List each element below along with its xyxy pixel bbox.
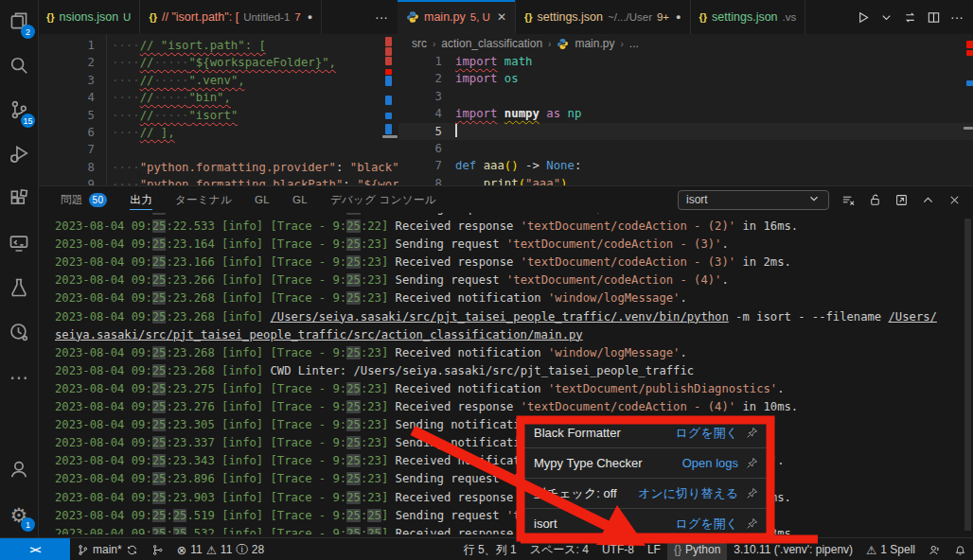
activity-jupyter-icon[interactable]	[0, 311, 38, 356]
editor-left-pane[interactable]: 1····// "isort.path": [2····//·····"${wo…	[38, 34, 399, 185]
code-token: ····	[112, 178, 140, 185]
close-panel-icon[interactable]	[947, 193, 962, 207]
activity-source-control-icon[interactable]: 15	[0, 89, 38, 133]
log-token: 2023-08-04 09:25:23.268 [info] [Trace - …	[55, 346, 396, 359]
pin-icon[interactable]	[746, 517, 758, 530]
log-token: 2023-08-04 09:25:23.276 [info] [Trace - …	[55, 400, 396, 413]
popup-label: Mypy Type Checker	[534, 456, 643, 470]
close-icon[interactable]: ✕	[497, 10, 506, 24]
activity-run-debug-icon[interactable]	[0, 133, 38, 178]
chevron-down-icon[interactable]	[879, 10, 893, 25]
open-log-editor-icon[interactable]	[894, 193, 909, 207]
activity-files-icon[interactable]: 2	[0, 0, 38, 44]
log-line: seiya.sasaki/src/pjt_taisei_people_traff…	[55, 326, 964, 344]
pin-icon[interactable]	[746, 457, 758, 469]
pin-icon[interactable]	[746, 427, 758, 439]
search-highlight: 25	[152, 255, 167, 269]
more-tabs-button[interactable]: ···	[365, 0, 398, 34]
log-line: 2023-08-04 09:25:25.519 [info] [Trace - …	[55, 507, 964, 525]
code-token: ····	[112, 74, 140, 87]
panel-tab-ターミナル[interactable]: ターミナル	[175, 186, 232, 213]
panel-scrollbar[interactable]	[964, 219, 971, 531]
tab-label: // "isort.path": [	[162, 10, 239, 24]
extensions-icon	[9, 188, 29, 213]
popup-action-link[interactable]: ログを開く	[676, 516, 738, 533]
panel-tab-問題[interactable]: 問題50	[61, 186, 107, 213]
line-number: 2	[398, 70, 455, 87]
output-channel-select[interactable]: isort	[678, 190, 829, 210]
branch-status[interactable]: main*	[70, 538, 145, 560]
split-icon[interactable]	[927, 10, 941, 25]
more2-icon[interactable]: ···	[950, 9, 964, 25]
breadcrumb-separator-icon: ›	[548, 39, 551, 49]
spell-checker-status[interactable]: ⚠1 Spell	[859, 538, 922, 560]
search-icon	[9, 55, 29, 79]
search-highlight: 25	[152, 346, 167, 359]
editor-right-pane[interactable]: src›action_classification›main.py›... 1i…	[398, 34, 973, 185]
git-graph-button[interactable]	[145, 538, 170, 560]
breadcrumb-item[interactable]: ...	[629, 37, 639, 50]
popup-notch	[632, 536, 647, 543]
changes-icon[interactable]	[903, 10, 917, 25]
code-token: "isort"	[188, 109, 238, 122]
breadcrumb-item[interactable]: action_classification	[441, 37, 542, 50]
ruler-mark	[385, 113, 392, 119]
code-token: ()	[504, 159, 519, 172]
clear-output-icon[interactable]	[841, 193, 856, 207]
braces-icon: {}	[46, 11, 55, 23]
log-token: 'textDocument/codeAction - (3)'	[506, 237, 721, 251]
tab-settings.json[interactable]: {}settings.json.vs	[691, 0, 806, 34]
notifications-bell-icon[interactable]	[947, 538, 973, 560]
search-highlight: 25	[152, 364, 167, 377]
pin-icon[interactable]	[746, 487, 758, 499]
unlock-icon[interactable]	[868, 193, 882, 207]
activity-extensions-icon[interactable]	[0, 178, 38, 222]
activity-account-icon[interactable]	[0, 448, 38, 493]
activity-more-icon[interactable]: ⋯	[0, 356, 38, 400]
code-token: ····	[112, 91, 140, 104]
problems-status[interactable]: ⊗11⚠11ⓘ28	[170, 538, 272, 560]
breadcrumb-item[interactable]: main.py	[575, 37, 614, 50]
panel-tab-GL[interactable]: GL	[255, 186, 270, 213]
tab--isort.path-[interactable]: {}// "isort.path": [Untitled-17●	[140, 0, 322, 34]
popup-action-link[interactable]: オンに切り替える	[638, 485, 738, 502]
code-text: ····//·····".venv",	[112, 72, 245, 89]
run-icon[interactable]	[856, 10, 870, 25]
maximize-panel-icon[interactable]	[921, 193, 935, 207]
popup-action-link[interactable]: Open logs	[682, 456, 738, 470]
popup-label: isort	[534, 516, 557, 531]
indentation[interactable]: スペース: 4	[523, 538, 595, 560]
log-token: 2023-08-04 09:25:23.275 [info] [Trace - …	[55, 382, 396, 395]
cursor-position[interactable]: 行 5、列 1	[457, 538, 523, 560]
panel-tab-デバッグ コンソール[interactable]: デバッグ コンソール	[330, 186, 436, 213]
panel-tab-出力[interactable]: 出力	[130, 186, 152, 213]
breadcrumb[interactable]: src›action_classification›main.py›...	[398, 34, 973, 53]
python-interpreter[interactable]: 3.10.11 ('.venv': pipenv)	[727, 538, 859, 560]
output-log[interactable]: 2023-08-04 09:25:22.521 [info] [Trace - …	[38, 213, 973, 534]
bottom-panel: 問題50出力ターミナルGLGLデバッグ コンソール isort 2023-08-…	[38, 185, 973, 538]
tab-settings.json[interactable]: {}settings.json~/.../User9+●	[516, 0, 691, 34]
activity-remote-explorer-icon[interactable]	[0, 222, 38, 267]
dirty-indicator: ●	[308, 12, 312, 22]
tab-main.py[interactable]: main.py5, U✕	[398, 0, 516, 34]
activity-testing-icon[interactable]	[0, 267, 38, 311]
search-highlight: 25	[152, 472, 167, 485]
panel-tab-label: GL	[292, 194, 308, 205]
code-text: ····"python.formatting.blackPath": "${wo…	[112, 176, 399, 185]
language-mode[interactable]: {}Python	[667, 538, 727, 560]
feedback-icon[interactable]	[922, 538, 947, 560]
popup-row-mypy-type-checker: Mypy Type CheckerOpen logs	[524, 448, 768, 479]
activity-settings-gear-icon[interactable]: ⚙1	[0, 493, 38, 537]
remote-indicator[interactable]: ><	[0, 538, 70, 560]
ruler-mark	[966, 50, 973, 56]
code-token: "aaa"	[525, 177, 560, 185]
code-token: "${workspaceFolder}",	[188, 56, 335, 69]
tab-nsions.json[interactable]: {}nsions.jsonU	[38, 0, 140, 34]
popup-action-link[interactable]: ログを開く	[676, 425, 738, 442]
search-highlight: 25	[152, 491, 167, 504]
panel-tab-GL[interactable]: GL	[292, 186, 308, 213]
search-highlight: 25	[152, 454, 167, 467]
breadcrumb-item[interactable]: src	[412, 37, 427, 50]
code-token: ····	[112, 126, 140, 139]
activity-search-icon[interactable]	[0, 44, 38, 89]
